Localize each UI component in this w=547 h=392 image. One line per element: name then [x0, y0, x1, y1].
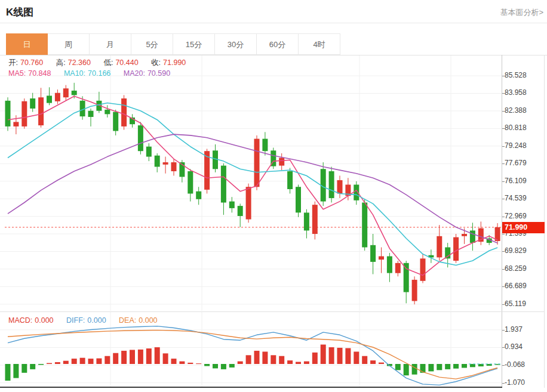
- diff-label: DIFF:: [66, 316, 85, 325]
- pane-divider: [0, 311, 544, 312]
- ma20-label: MA20:: [124, 69, 145, 78]
- tab-日[interactable]: 日: [6, 33, 48, 55]
- axis-tick-label: 76.109: [505, 177, 527, 185]
- axis-tick-label: 65.119: [505, 300, 526, 308]
- axis-tick-label: 82.388: [505, 106, 527, 115]
- ma-legend: MA5:70.848 MA10:70.166 MA20:70.590: [8, 69, 173, 78]
- close-label: 收:: [151, 58, 161, 67]
- ma5-label: MA5:: [8, 69, 26, 78]
- tab-30分[interactable]: 30分: [215, 33, 257, 55]
- tab-月[interactable]: 月: [90, 33, 131, 55]
- axis-tick-label: -0.068: [505, 360, 525, 369]
- ma20-value: 70.590: [147, 69, 170, 78]
- high-value: 72.360: [68, 58, 91, 67]
- axis-tick-label: 68.259: [505, 264, 527, 273]
- ma10-value: 70.166: [88, 69, 110, 78]
- macd-label: MACD:: [8, 316, 32, 325]
- kline-page: K线图 基本面分析> 日周月5分15分30分60分4时 开:70.760 高:7…: [0, 0, 547, 392]
- axis-tick-label: 72.969: [505, 212, 527, 220]
- axis-tick-label: 0.934: [505, 342, 523, 351]
- axis-tick-label: 77.679: [505, 159, 527, 167]
- axis-tick-label: 79.248: [505, 141, 527, 150]
- axis-tick-label: 69.829: [505, 246, 527, 255]
- ohlc-legend: 开:70.760 高:72.360 低:70.440 收:71.990: [8, 58, 188, 68]
- axis-tick-label: 66.689: [505, 282, 527, 290]
- dea-label: DEA:: [119, 316, 136, 325]
- axis-tick-label: 1.937: [505, 325, 523, 334]
- high-label: 高:: [56, 58, 66, 67]
- last-price-badge: 71.990: [502, 222, 545, 233]
- axis-tick-label: -1.070: [505, 378, 525, 387]
- macd-value: 0.000: [35, 316, 53, 325]
- tab-60分[interactable]: 60分: [257, 33, 299, 55]
- macd-legend: MACD:0.000 DIFF:0.000 DEA:0.000: [8, 316, 160, 325]
- ma5-value: 70.848: [28, 69, 51, 78]
- axis-tick-label: 83.958: [505, 88, 527, 97]
- open-label: 开:: [8, 58, 18, 67]
- axis-tick-label: 74.539: [505, 194, 527, 202]
- bottom-border: [0, 387, 502, 388]
- tab-4时[interactable]: 4时: [299, 33, 340, 55]
- main-candle-chart[interactable]: [0, 55, 502, 311]
- low-value: 70.440: [115, 58, 138, 67]
- close-value: 71.990: [163, 58, 186, 67]
- low-label: 低:: [103, 58, 113, 67]
- open-value: 70.760: [20, 58, 43, 67]
- tab-15分[interactable]: 15分: [173, 33, 215, 55]
- dea-value: 0.000: [139, 316, 157, 325]
- tab-5分[interactable]: 5分: [131, 33, 173, 55]
- page-title: K线图: [6, 5, 33, 19]
- timeframe-tabbar: 日周月5分15分30分60分4时: [6, 33, 340, 55]
- axis-tick-label: 85.528: [505, 71, 527, 79]
- title-divider: [0, 23, 547, 23]
- ma10-label: MA10:: [64, 69, 85, 78]
- tab-周[interactable]: 周: [48, 33, 90, 55]
- diff-value: 0.000: [87, 316, 106, 325]
- axis-tick-label: 80.818: [505, 124, 527, 132]
- fundamental-analysis-link[interactable]: 基本面分析>: [500, 7, 543, 18]
